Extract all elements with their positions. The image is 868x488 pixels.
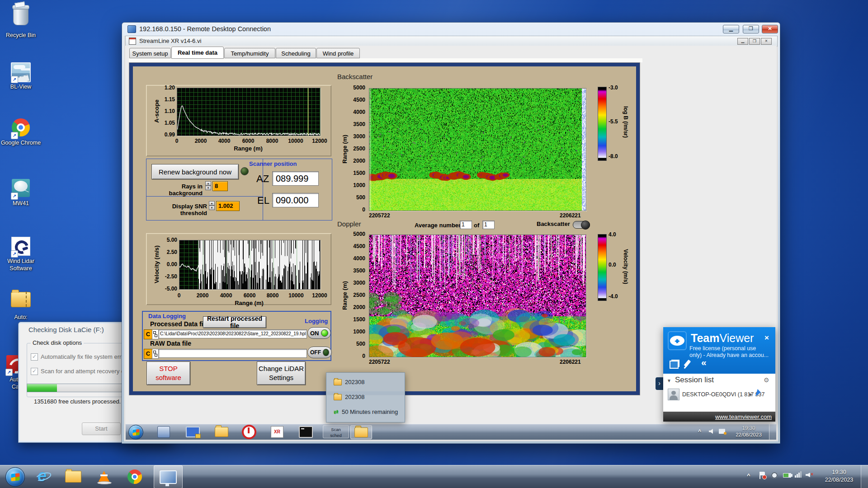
axis-tick: 12000 [309,138,330,144]
remote-taskbar-scan-sched-window[interactable]: Scan sched [323,425,349,438]
change-line2: Settings [269,373,293,382]
network-icon[interactable] [719,429,725,434]
tab-scheduling[interactable]: Scheduling [276,48,316,58]
drive-letter-box[interactable]: C [144,329,152,339]
session-caret-icon[interactable]: ▼ [748,392,753,397]
tab-temp-humidity[interactable]: Temp/humidity [224,48,275,58]
host-taskbar: e ^ [0,465,868,488]
backscatter-toggle[interactable] [573,221,590,229]
colorbar-label: log B (/m/sr) [623,106,629,138]
collapse-icon[interactable]: « [701,357,707,368]
az-value-field[interactable]: 089.999 [272,171,319,186]
minimize-button[interactable]: ▁ [723,25,739,33]
start-button[interactable]: Start [82,422,121,435]
path-browse-icon[interactable] [152,349,159,359]
rays-value-field[interactable]: 8 [212,181,228,191]
popup-item[interactable]: 202308 [334,379,364,385]
host-clock[interactable]: 19:30 22/08/2023 [819,469,859,484]
desktop-icon-google-chrome[interactable]: ↗ Google Chrome [0,117,42,146]
average-number-field[interactable]: 1 [460,221,472,229]
close-button[interactable]: ✕ [762,25,778,33]
desktop-icon-auto-zip[interactable]: Auto: [0,288,42,321]
restart-processed-file-button[interactable]: Restart processed file [203,316,266,328]
checkbox-label: Scan for and attempt recovery o [41,368,124,375]
brush-icon[interactable] [684,360,691,367]
host-taskbar-ie[interactable]: e [30,465,55,488]
host-show-desktop-button[interactable] [861,465,868,488]
volume-icon[interactable] [709,429,713,434]
remote-taskbar-app-2[interactable] [184,425,202,438]
vi-close-button[interactable]: × [761,38,772,45]
snr-value-field[interactable]: 1.002 [216,201,240,211]
raw-logging-toggle[interactable]: OFF [307,347,332,358]
teamviewer-close-icon[interactable]: × [764,333,769,343]
host-start-button[interactable] [5,467,25,487]
scan-recovery-checkbox[interactable]: ✓ [31,368,38,375]
scan-line2: sched [323,432,349,438]
colorbar-tick: 0.0 [609,262,616,268]
desktop-icon-bl-view[interactable]: ↗ BL-View [0,61,42,90]
change-line1: Change LiDAR [259,364,304,373]
volume-muted-icon[interactable]: × [806,472,813,478]
host-taskbar-vlc[interactable] [91,465,117,488]
desktop-icon-label: MW41 [0,200,42,207]
session-list-caret-icon[interactable]: ▼ [667,378,671,383]
fix-errors-checkbox[interactable]: ✓ [31,353,38,361]
battery-icon[interactable] [783,473,791,478]
remote-clock[interactable]: 19:30 22/08/2023 [734,425,764,438]
axis-tick: 1500 [345,170,365,176]
desktop-icon-wind-lidar[interactable]: ↗ Wind Lidar Software [0,236,42,272]
snr-spinner[interactable]: ▲▼ [209,201,215,210]
popup-item[interactable]: 202308 [334,394,364,400]
tray-chevron-icon[interactable]: ^ [747,472,750,479]
drive-letter-box[interactable]: C [144,349,152,359]
remote-taskbar-stop-app[interactable] [240,425,258,438]
popup-item[interactable]: ⇄ 50 Minutes remaining [334,408,398,415]
path-browse-icon[interactable] [152,329,159,339]
remote-start-button[interactable] [128,425,143,440]
vi-minimize-button[interactable]: ▁ [737,38,748,45]
el-label: EL [257,195,269,206]
host-taskbar-explorer[interactable] [61,465,86,488]
host-taskbar-rdp-active[interactable] [154,465,183,488]
el-value-field[interactable]: 090.000 [272,193,319,207]
remote-taskbar-xr-app[interactable]: XR [268,425,286,438]
network-icon[interactable] [795,471,802,478]
axis-tick: 2500 [345,292,365,298]
teamviewer-handle[interactable]: › [656,377,663,390]
axis-tick: 2500 [345,145,365,152]
teamviewer-link[interactable]: www.teamviewer.com [715,413,772,420]
axis-tick: 8000 [261,138,283,144]
teamviewer-brand-bold: Team [691,332,719,344]
desktop-icon-recycle-bin[interactable]: Recycle Bin [0,4,42,39]
session-settings-gear-icon[interactable]: ⚙ [764,376,769,384]
desktop-icon-mw41[interactable]: ↗ MW41 [0,178,42,207]
tab-wind-profile[interactable]: Wind profile [316,48,360,58]
renew-background-button[interactable]: Renew background now [151,164,239,179]
remote-taskbar-explorer-window[interactable] [350,425,372,439]
tab-system-setup[interactable]: System setup [129,48,171,58]
desktop-icon-label: BL-View [0,83,42,90]
doppler-colorbar [598,234,607,301]
change-lidar-settings-button[interactable]: Change LiDAR Settings [257,361,306,385]
chat-pages-icon[interactable] [670,361,679,369]
raw-path-field[interactable] [158,349,307,358]
processed-path-field[interactable]: C:\Lidar\Data\Proc\2023\202308\20230822\… [158,329,307,338]
remote-taskbar-console[interactable] [297,425,315,438]
remote-taskbar-app-1[interactable] [155,425,173,438]
action-center-flag-icon[interactable] [760,472,765,479]
of-count-field[interactable]: 1 [482,221,495,229]
tray-chevron-icon[interactable]: ^ [698,428,701,435]
rdp-window-title: 192.168.0.150 - Remote Desktop Connectio… [139,25,271,33]
processed-logging-toggle[interactable]: ON [307,327,331,339]
recycle-bin-icon [11,7,31,32]
maximize-button[interactable]: ❒ [743,25,759,33]
stop-software-button[interactable]: STOP software [146,361,190,385]
vi-restore-button[interactable]: ❐ [749,38,760,45]
host-taskbar-chrome[interactable] [122,465,147,488]
tab-real-time-data[interactable]: Real time data [171,47,224,59]
tray-clock-icon[interactable] [771,472,778,479]
rays-spinner[interactable]: ▲▼ [205,181,211,190]
remote-show-desktop-button[interactable] [769,424,777,440]
remote-taskbar-folder[interactable] [212,425,231,438]
